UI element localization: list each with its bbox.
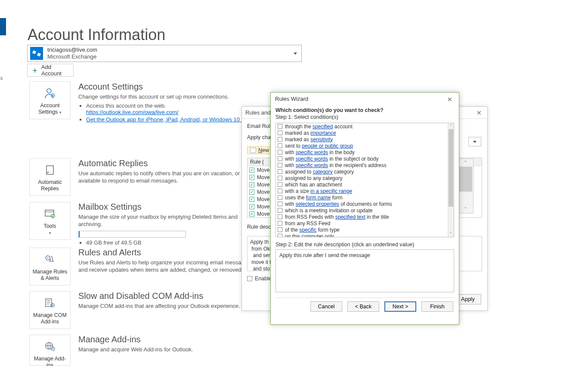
account-text: triciagoss@live.com Microsoft Exchange xyxy=(47,47,294,60)
condition-item[interactable]: which is a meeting invitation or update xyxy=(276,207,448,214)
automatic-replies-heading: Automatic Replies xyxy=(78,158,259,168)
tile-manage-com-addins[interactable]: Manage COM Add-ins xyxy=(29,291,71,329)
condition-item[interactable]: with specific words in the recipient's a… xyxy=(276,162,448,168)
outlook-app-link[interactable]: Get the Outlook app for iPhone, iPad, An… xyxy=(86,116,252,123)
enable-rules-checkbox[interactable] xyxy=(247,276,252,281)
condition-checkbox[interactable] xyxy=(278,169,282,174)
rules-scrollbar[interactable]: ˄˅ xyxy=(457,158,473,214)
condition-checkbox[interactable] xyxy=(278,227,282,232)
tile-tools[interactable]: Tools▾ xyxy=(29,202,71,240)
condition-item[interactable]: of the specific form type xyxy=(276,226,448,233)
next-button[interactable]: Next > xyxy=(384,301,416,312)
conditions-scrollbar[interactable]: ˄ ˅ xyxy=(448,123,454,237)
condition-checkbox[interactable] xyxy=(278,156,282,161)
condition-item[interactable]: marked as importance xyxy=(276,130,448,136)
account-selector[interactable]: triciagoss@live.com Microsoft Exchange xyxy=(27,45,302,62)
chevron-down-icon xyxy=(294,53,297,55)
rules-dropdown[interactable] xyxy=(468,137,481,146)
condition-item[interactable]: from any RSS Feed xyxy=(276,220,448,226)
sidebar-sliver: ts xyxy=(0,0,6,366)
condition-item[interactable]: marked as sensitivity xyxy=(276,136,448,143)
com-addins-icon xyxy=(31,296,68,310)
condition-item[interactable]: sent to people or public group xyxy=(276,143,448,149)
cancel-button[interactable]: Cancel xyxy=(310,301,342,312)
rules-wizard-titlebar[interactable]: Rules Wizard ✕ xyxy=(271,93,459,105)
condition-link[interactable]: selected properties xyxy=(296,201,339,207)
condition-checkbox[interactable] xyxy=(278,208,282,213)
owa-link[interactable]: https://outlook.live.com/owa/live.com/ xyxy=(86,109,179,115)
condition-link[interactable]: specific xyxy=(299,227,316,233)
rule-checkbox[interactable] xyxy=(249,167,254,173)
condition-checkbox[interactable] xyxy=(278,124,282,129)
web-addins-icon xyxy=(31,339,68,354)
condition-checkbox[interactable] xyxy=(278,130,282,135)
condition-link[interactable]: category xyxy=(313,169,333,175)
rule-checkbox[interactable] xyxy=(249,204,254,209)
mailbox-storage-bar xyxy=(78,231,186,238)
condition-item[interactable]: through the specified account xyxy=(276,123,448,130)
condition-checkbox[interactable] xyxy=(278,176,282,180)
condition-checkbox[interactable] xyxy=(278,150,282,155)
condition-link[interactable]: specific words xyxy=(296,162,328,168)
condition-checkbox[interactable] xyxy=(278,214,282,219)
condition-checkbox[interactable] xyxy=(278,234,282,237)
condition-link[interactable]: importance xyxy=(310,130,336,136)
tile-automatic-replies[interactable]: Automatic Replies xyxy=(29,158,71,196)
condition-checkbox[interactable] xyxy=(278,189,282,193)
page-title: Account Information xyxy=(28,26,165,44)
condition-item[interactable]: assigned to category category xyxy=(276,168,448,175)
tile-label: Automatic Replies xyxy=(31,179,68,192)
wizard-question: Which condition(s) do you want to check? xyxy=(275,107,454,113)
conditions-listbox[interactable]: through the specified accountmarked as i… xyxy=(275,123,454,237)
condition-checkbox[interactable] xyxy=(278,202,282,206)
svg-rect-3 xyxy=(46,166,53,174)
condition-item[interactable]: on this computer only xyxy=(276,233,448,237)
rule-checkbox[interactable] xyxy=(249,211,254,217)
wizard-step2-label: Step 2: Edit the rule description (click… xyxy=(275,242,454,248)
account-settings-bullet1: Access this account on the web. https://… xyxy=(86,102,252,115)
condition-checkbox[interactable] xyxy=(278,137,282,142)
condition-item[interactable]: with a size in a specific range xyxy=(276,188,448,194)
tile-account-settings[interactable]: Account Settings ▾ xyxy=(29,81,71,119)
condition-checkbox[interactable] xyxy=(278,182,282,187)
finish-button[interactable]: Finish xyxy=(421,301,453,312)
condition-checkbox[interactable] xyxy=(278,163,282,167)
condition-checkbox[interactable] xyxy=(278,195,282,200)
condition-link[interactable]: specific words xyxy=(296,149,328,155)
condition-item[interactable]: assigned to any category xyxy=(276,175,448,181)
wizard-description-box[interactable]: Apply this rule after I send the message xyxy=(275,249,454,292)
condition-link[interactable]: in a specific range xyxy=(310,188,352,194)
rule-checkbox[interactable] xyxy=(249,197,254,202)
condition-link[interactable]: sensitivity xyxy=(310,136,333,143)
condition-link[interactable]: specific words xyxy=(296,156,328,162)
condition-item[interactable]: from RSS Feeds with specified text in th… xyxy=(276,214,448,220)
condition-item[interactable]: which has an attachment xyxy=(276,181,448,188)
rule-checkbox[interactable] xyxy=(249,189,254,195)
tools-icon xyxy=(31,207,68,221)
rule-checkbox[interactable] xyxy=(249,175,254,180)
automatic-replies-icon xyxy=(31,163,68,177)
person-gear-icon xyxy=(31,86,68,101)
divider xyxy=(275,298,454,298)
condition-link[interactable]: specified text xyxy=(335,214,365,220)
condition-checkbox[interactable] xyxy=(278,143,282,148)
close-icon[interactable]: ✕ xyxy=(443,94,457,105)
condition-item[interactable]: with specific words in the body xyxy=(276,149,448,155)
svg-point-13 xyxy=(53,348,53,349)
add-account-button[interactable]: ＋ Add Account xyxy=(27,64,74,77)
tile-manage-addins[interactable]: Manage Add-ins xyxy=(29,335,71,366)
back-button[interactable]: < Back xyxy=(347,301,379,312)
rule-checkbox[interactable] xyxy=(249,182,254,187)
svg-point-7 xyxy=(47,257,49,259)
close-icon[interactable]: ✕ xyxy=(472,108,486,118)
condition-item[interactable]: uses the form name form xyxy=(276,194,448,201)
tile-manage-rules[interactable]: Manage Rules & Alerts xyxy=(29,248,71,285)
condition-link[interactable]: specified xyxy=(313,124,333,130)
condition-item[interactable]: with specific words in the subject or bo… xyxy=(276,155,448,162)
tile-label: Manage Rules & Alerts xyxy=(31,269,68,282)
condition-link[interactable]: form name xyxy=(306,195,331,201)
mailbox-settings-heading: Mailbox Settings xyxy=(78,202,259,212)
condition-item[interactable]: with selected properties of documents or… xyxy=(276,201,448,207)
condition-checkbox[interactable] xyxy=(278,221,282,226)
condition-link[interactable]: people or public group xyxy=(302,143,353,149)
